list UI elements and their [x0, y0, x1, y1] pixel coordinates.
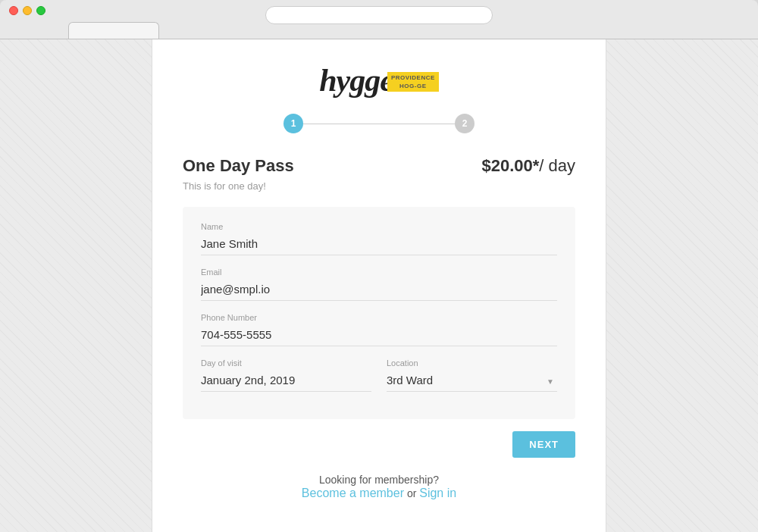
location-select[interactable]: 3rd Ward Uptown South End	[387, 371, 557, 392]
phone-input[interactable]	[201, 325, 557, 346]
phone-field-group: Phone Number	[201, 313, 557, 346]
name-field-group: Name	[201, 222, 557, 255]
location-field-group: Location 3rd Ward Uptown South End ▼	[387, 358, 557, 404]
close-button[interactable]	[9, 6, 18, 15]
browser-tab[interactable]	[68, 22, 159, 39]
day-label: Day of visit	[201, 358, 371, 368]
left-side-panel	[0, 39, 152, 532]
footer-or-text: or	[404, 487, 419, 499]
browser-chrome	[0, 0, 758, 39]
price-amount: $20.00*	[481, 156, 539, 175]
step-2: 2	[455, 114, 475, 133]
step-1: 1	[283, 114, 303, 133]
form-card: Name Email Phone Number Day of visit	[183, 207, 575, 419]
email-label: Email	[201, 268, 557, 277]
sign-in-link[interactable]: Sign in	[419, 487, 456, 499]
name-input[interactable]	[201, 234, 557, 255]
pass-header: One Day Pass $20.00*/ day	[183, 156, 575, 176]
name-label: Name	[201, 222, 557, 231]
location-select-wrapper: 3rd Ward Uptown South End ▼	[387, 371, 557, 392]
button-row: NEXT	[183, 431, 575, 458]
logo-badge: PROVIDENCEHOG-GE	[387, 72, 439, 92]
pass-title: One Day Pass	[183, 156, 294, 176]
become-member-link[interactable]: Become a member	[302, 487, 404, 499]
email-field-group: Email	[201, 268, 557, 301]
day-field-group: Day of visit	[201, 358, 371, 392]
logo-text: hygge	[319, 63, 393, 98]
location-label: Location	[387, 358, 557, 368]
progress-steps: 1 2	[183, 114, 575, 133]
pass-description: This is for one day!	[183, 180, 575, 192]
price-unit: / day	[539, 156, 575, 175]
footer-text: Looking for membership?	[319, 474, 439, 486]
main-content: hyggePROVIDENCEHOG-GE 1 2 One Day Pass $…	[152, 39, 606, 532]
logo-area: hyggePROVIDENCEHOG-GE	[183, 62, 575, 99]
pass-price: $20.00*/ day	[481, 156, 575, 176]
step-line	[303, 124, 455, 124]
maximize-button[interactable]	[36, 6, 45, 15]
minimize-button[interactable]	[23, 6, 32, 15]
address-bar[interactable]	[265, 6, 493, 24]
email-input[interactable]	[201, 280, 557, 301]
day-input[interactable]	[201, 371, 371, 392]
day-location-row: Day of visit Location 3rd Ward Uptown So…	[201, 358, 557, 404]
next-button[interactable]: NEXT	[512, 431, 575, 458]
right-side-panel	[606, 39, 758, 532]
phone-label: Phone Number	[201, 313, 557, 322]
form-footer: Looking for membership? Become a member …	[183, 473, 575, 500]
browser-body: hyggePROVIDENCEHOG-GE 1 2 One Day Pass $…	[0, 39, 758, 532]
